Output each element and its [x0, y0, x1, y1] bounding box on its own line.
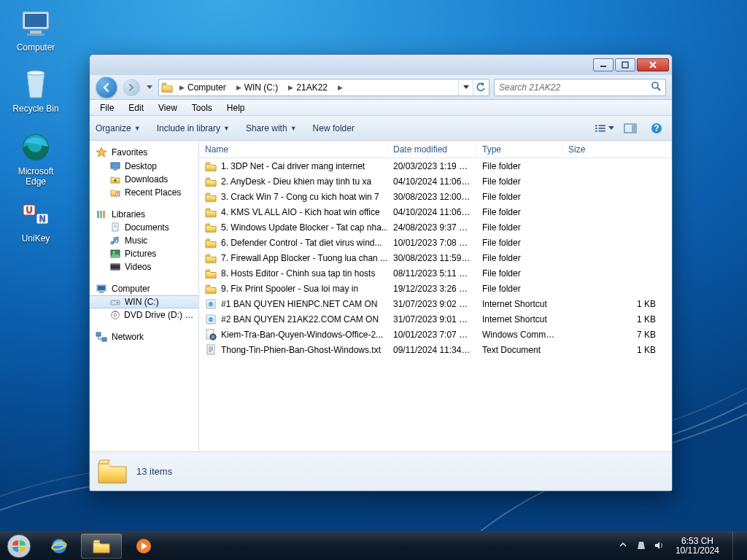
taskbar-item-ie[interactable]	[39, 534, 80, 559]
desktop[interactable]: Computer Recycle Bin Microsoft Edge UN U…	[0, 0, 747, 560]
svg-rect-41	[98, 286, 105, 290]
menu-file[interactable]: File	[94, 101, 120, 114]
desktop-icon-unikey[interactable]: UN UniKey	[9, 197, 63, 244]
tray-show-hidden-button[interactable]	[619, 540, 630, 552]
list-item[interactable]: #1 BAN QUYEN HIENPC.NET CAM ON31/07/2023…	[199, 296, 672, 311]
include-in-library-button[interactable]: Include in library ▼	[157, 123, 230, 133]
svg-rect-44	[117, 302, 118, 303]
file-name: 6. Defender Control - Tat diet virus win…	[221, 238, 382, 248]
breadcrumb[interactable]: ▶WIN (C:)	[232, 79, 283, 96]
action-center-icon[interactable]	[636, 540, 648, 552]
svg-rect-17	[599, 125, 605, 126]
help-button[interactable]: ?	[647, 120, 666, 136]
taskbar-item-explorer[interactable]	[81, 534, 122, 559]
nav-item-desktop[interactable]: Desktop	[90, 160, 198, 173]
address-dropdown-button[interactable]	[458, 79, 473, 96]
breadcrumb-tail[interactable]: ▶	[333, 79, 347, 96]
dvd-icon	[110, 310, 120, 320]
titlebar[interactable]	[90, 55, 672, 75]
refresh-button[interactable]	[473, 79, 487, 96]
search-input[interactable]: Search 21AK22	[494, 79, 666, 96]
menu-tools[interactable]: Tools	[186, 101, 218, 114]
nav-item-music[interactable]: Music	[90, 234, 198, 247]
minimize-button[interactable]	[593, 58, 614, 71]
preview-pane-button[interactable]	[621, 120, 640, 136]
column-size[interactable]: Size	[562, 141, 672, 158]
nav-item-pictures[interactable]: Pictures	[90, 247, 198, 260]
list-item[interactable]: Thong-Tin-Phien-Ban-Ghost-Windows.txt09/…	[199, 342, 672, 357]
list-item[interactable]: #2 BAN QUYEN 21AK22.COM CAM ON31/07/2023…	[199, 311, 672, 327]
clock[interactable]: 6:53 CH 10/11/2024	[671, 537, 724, 556]
nav-group-computer[interactable]: Computer	[90, 282, 198, 295]
nav-group-network[interactable]: Network	[90, 330, 198, 343]
nav-group-label: Libraries	[112, 209, 145, 219]
nav-group-libraries[interactable]: Libraries	[90, 208, 198, 221]
file-type: File folder	[476, 284, 562, 294]
nav-item-videos[interactable]: Videos	[90, 260, 198, 273]
column-date[interactable]: Date modified	[387, 141, 476, 158]
file-list[interactable]: 1. 3DP Net - Cai driver mang internet20/…	[199, 158, 672, 451]
desktop-icon-label: UniKey	[9, 233, 63, 244]
nav-group-favorites[interactable]: Favorites	[90, 145, 198, 160]
menu-help[interactable]: Help	[221, 101, 251, 114]
folder-icon	[205, 191, 217, 203]
column-type[interactable]: Type	[476, 141, 562, 158]
svg-point-14	[652, 82, 658, 88]
nav-item-documents[interactable]: Documents	[90, 221, 198, 234]
svg-rect-30	[100, 211, 102, 218]
organize-button[interactable]: Organize ▼	[96, 123, 141, 133]
breadcrumb[interactable]: ▶Computer	[175, 79, 231, 96]
file-date: 20/03/2023 1:19 CH	[387, 161, 476, 171]
share-with-button[interactable]: Share with ▼	[246, 123, 297, 133]
nav-item-drive-d[interactable]: DVD Drive (D:) Win-7	[90, 308, 198, 322]
list-item[interactable]: 3. Crack Win 7 - Cong cu kich hoat win 7…	[199, 189, 672, 204]
volume-icon[interactable]	[654, 540, 665, 552]
list-item[interactable]: 7. Firewall App Blocker - Tuong lua chan…	[199, 250, 672, 265]
breadcrumb[interactable]: ▶21AK22	[284, 79, 332, 96]
list-item[interactable]: 9. Fix Print Spooler - Sua loi may in19/…	[199, 281, 672, 296]
menu-view[interactable]: View	[152, 101, 183, 114]
chevron-down-icon: ▼	[134, 125, 141, 132]
show-desktop-button[interactable]	[732, 532, 743, 561]
list-item[interactable]: Kiem-Tra-Ban-Quyen-Windows-Office-2...10…	[199, 327, 672, 342]
file-name: #2 BAN QUYEN 21AK22.COM CAM ON	[221, 314, 379, 324]
nav-item-downloads[interactable]: Downloads	[90, 173, 198, 186]
forward-button[interactable]	[122, 78, 141, 97]
file-size: 7 KB	[562, 330, 672, 340]
desktop-icon-edge[interactable]: Microsoft Edge	[9, 130, 63, 187]
file-size: 1 KB	[562, 299, 672, 309]
taskbar-item-wmp[interactable]	[123, 534, 164, 559]
svg-rect-3	[27, 34, 44, 36]
column-name[interactable]: Name	[199, 141, 387, 158]
desktop-icon-recyclebin[interactable]: Recycle Bin	[9, 67, 63, 114]
back-button[interactable]	[96, 77, 117, 98]
close-button[interactable]	[637, 58, 669, 71]
menu-edit[interactable]: Edit	[123, 101, 150, 114]
file-name: 7. Firewall App Blocker - Tuong lua chan…	[221, 253, 387, 263]
desktop-icon-computer[interactable]: Computer	[9, 6, 63, 52]
nav-item-recent[interactable]: Recent Places	[90, 186, 198, 199]
start-button[interactable]	[0, 532, 38, 561]
list-item[interactable]: 8. Hosts Editor - Chinh sua tap tin host…	[199, 265, 672, 281]
svg-rect-38	[111, 264, 120, 265]
breadcrumb-label: 21AK22	[296, 82, 328, 93]
search-icon	[651, 81, 661, 93]
list-item[interactable]: 1. 3DP Net - Cai driver mang internet20/…	[199, 158, 672, 174]
list-item[interactable]: 6. Defender Control - Tat diet virus win…	[199, 235, 672, 250]
svg-text:?: ?	[654, 123, 659, 133]
history-dropdown-button[interactable]	[145, 77, 154, 98]
navigation-pane[interactable]: Favorites Desktop Downloads Recent Place…	[90, 141, 199, 451]
maximize-button[interactable]	[615, 58, 635, 71]
clock-date: 10/11/2024	[676, 546, 719, 556]
new-folder-button[interactable]: New folder	[313, 123, 355, 133]
column-headers: Name Date modified Type Size	[199, 141, 672, 158]
list-item[interactable]: 5. Windows Update Blocker - Tat cap nha.…	[199, 219, 672, 235]
view-options-button[interactable]	[595, 120, 614, 136]
address-bar[interactable]: ▶Computer ▶WIN (C:) ▶21AK22 ▶	[158, 79, 489, 96]
list-item[interactable]: 2. AnyDesk - Dieu khien may tinh tu xa04…	[199, 174, 672, 189]
list-item[interactable]: 4. KMS VL ALL AIO - Kich hoat win office…	[199, 204, 672, 219]
chevron-right-icon: ▶	[236, 84, 241, 91]
file-type: Internet Shortcut	[476, 314, 562, 324]
taskbar[interactable]: 6:53 CH 10/11/2024	[0, 531, 747, 560]
nav-item-drive-c[interactable]: WIN (C:)	[90, 295, 198, 308]
